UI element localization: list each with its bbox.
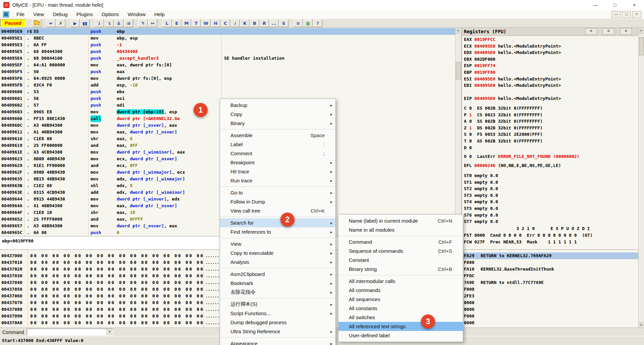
menu-item-breakpoint[interactable]: Breakpoint▸ <box>220 158 335 167</box>
menu-item-comment[interactable]: Comment; <box>220 149 335 158</box>
menu-item-analysis[interactable]: Analysis▸ <box>220 257 335 267</box>
menu-item-appearance[interactable]: Appearance▸ <box>220 339 335 345</box>
menu-item-binary-string[interactable]: Binary stringCtrl+B <box>338 265 463 274</box>
stack-row[interactable]: F000 <box>462 313 639 320</box>
stack-row[interactable]: F000 <box>462 259 639 266</box>
menu-item-sequence-of-commands[interactable]: Sequence of commandsCtrl+S <box>338 246 463 255</box>
stack-row[interactable]: FA29RETURN to KERNEL32.769AFA29 <box>462 252 639 259</box>
stack-row[interactable]: FA10KERNEL32.BaseThreadInitThunk <box>462 266 639 273</box>
windows-list-button[interactable]: ▦ <box>303 19 313 27</box>
menu-item-all-switches[interactable]: All switches <box>338 313 463 322</box>
menu-item-find-references-to[interactable]: Find references to▸ <box>220 227 335 236</box>
fpu-register[interactable]: ST1 empty 0.0 <box>464 180 498 185</box>
flag-z[interactable]: Z 1 DS 002B 32bit 0(FFFFFFFF) <box>464 125 543 130</box>
flag-t[interactable]: T 0 GS 002B 32bit 0(FFFFFFFF) <box>464 138 543 143</box>
registers-header-button[interactable]: < <box>602 28 614 35</box>
animate-into-button[interactable]: ⇊ <box>114 19 123 27</box>
command-input[interactable] <box>27 329 107 335</box>
flag-s[interactable]: S 0 FS 0053 32bit 2E2000(FFF) <box>464 132 543 137</box>
menu-item-dump-debugged-process[interactable]: Dump debugged process <box>220 318 335 327</box>
disasm-row[interactable]: 004095E5.68 08444300push00434408 <box>0 48 455 55</box>
register-eip[interactable]: EIP 004095E0 hello.<ModuleEntryPoint> <box>464 96 561 101</box>
stack-row[interactable]: 0000 <box>462 306 639 313</box>
menu-view[interactable]: View <box>29 10 48 19</box>
menu-item-name-in-all-modules[interactable]: Name in all modules <box>338 225 463 234</box>
menu-item-bookmark[interactable]: Bookmark▸ <box>220 279 335 288</box>
menu-file[interactable]: File <box>12 10 29 19</box>
disasm-row[interactable]: 004095E1.8BECmovebp, esp <box>0 35 455 42</box>
minimize-button[interactable]: — <box>586 0 605 10</box>
disasm-row[interactable]: 004095EA.68 D0044100push_except_handler3… <box>0 55 455 62</box>
menu-item-user-defined-label[interactable]: User-defined label <box>338 331 463 340</box>
menu-options[interactable]: Options <box>97 10 123 19</box>
menu-item-asm2clipboard[interactable]: Asm2Clipboard▸ <box>220 270 335 279</box>
register-edi[interactable]: EDI 004095E0 hello.<ModuleEntryPoint> <box>464 83 561 88</box>
menu-item-label[interactable]: Label: <box>220 140 335 149</box>
menu-plugins[interactable]: Plugins <box>72 10 97 19</box>
source-window-button[interactable]: S <box>279 19 288 27</box>
open-file-button[interactable] <box>32 19 41 27</box>
mdi-close-button[interactable]: × <box>632 11 641 18</box>
disasm-row[interactable]: 004095EF.64:A1 000000moveax, dword ptr f… <box>0 62 455 68</box>
register-efl[interactable]: EFL 00000246 (NO,NB,E,BE,NS,PE,GE,LE) <box>464 163 561 168</box>
menu-item-item[interactable]: 去除花指令▸ <box>220 288 335 297</box>
menu-item-s[interactable]: 运行脚本(S)▸ <box>220 300 335 309</box>
menu-item-binary[interactable]: Binary▸ <box>220 119 335 128</box>
menu-help[interactable]: Help <box>150 10 169 19</box>
register-ebx[interactable]: EBX 002DF000 <box>464 57 495 62</box>
disasm-row[interactable]: 004095E3.6A FFpush-1 <box>0 42 455 48</box>
fpu-register[interactable]: ST6 empty 0.0 <box>464 213 498 218</box>
run-button[interactable]: ▶ <box>70 19 80 27</box>
stack-row[interactable]: FFDC <box>462 273 639 279</box>
registers-header-button[interactable]: < <box>585 28 597 35</box>
mdi-restore-button[interactable]: □ <box>622 11 631 18</box>
call-stack-window-button[interactable]: K <box>240 19 250 27</box>
disasm-row[interactable]: 004095F5.50pusheax <box>0 68 455 75</box>
menu-item-script-functions[interactable]: Script Functions...▸ <box>220 309 335 318</box>
step-into-button[interactable]: ↓ <box>95 19 104 27</box>
windows-window-button[interactable]: W <box>201 19 211 27</box>
flag-d[interactable]: D 0 <box>464 145 472 150</box>
fpu-register[interactable]: ST3 empty 0.0 <box>464 193 498 198</box>
register-esp[interactable]: ESP 0019FF74 <box>464 63 495 68</box>
scrollbar-thumb[interactable] <box>456 62 461 79</box>
menu-item-hit-trace[interactable]: Hit trace▸ <box>220 167 335 176</box>
maximize-button[interactable]: □ <box>605 0 625 10</box>
stack-pane[interactable]: FA29RETURN to KERNEL32.769AFA29F000FA10K… <box>462 249 639 336</box>
run-trace-window-button[interactable]: ... <box>269 19 279 27</box>
menu-item-view[interactable]: View▸ <box>220 239 335 248</box>
fpu-register[interactable]: ST5 empty 0.0 <box>464 206 498 211</box>
threads-window-button[interactable]: T <box>192 19 201 27</box>
flag-c[interactable]: C 0 ES 002B 32bit 0(FFFFFFFF) <box>464 106 543 111</box>
scroll-down-icon[interactable]: ▼ <box>639 322 644 328</box>
menu-item-copy[interactable]: Copy▸ <box>220 110 335 119</box>
disasm-row[interactable]: 004095F6.64:8925 0000movdword ptr fs:[0]… <box>0 75 455 82</box>
stack-row[interactable]: 0000 <box>462 320 639 326</box>
close-program-button[interactable]: ✗ <box>56 19 65 27</box>
patches-window-button[interactable]: / <box>230 19 240 27</box>
menu-item-copy-to-executable[interactable]: Copy to executable▸ <box>220 248 335 257</box>
go-to-address-button[interactable]: ↦ <box>148 19 157 27</box>
options-button[interactable]: ≡ <box>293 19 303 27</box>
flag-a[interactable]: A 0 SS 002B 32bit 0(FFFFFFFF) <box>464 119 543 124</box>
fpu-register[interactable]: ST7 empty 0.0 <box>464 219 498 224</box>
disasm-row[interactable]: 004095FD.83C4 F0addesp, -10 <box>0 82 455 89</box>
fpu-register[interactable]: ST4 empty 0.0 <box>464 199 498 204</box>
menu-item-all-sequences[interactable]: All sequences <box>338 295 463 304</box>
menu-item-search-for[interactable]: Search for▸ <box>220 218 335 227</box>
register-esi[interactable]: ESI 004095E0 hello.<ModuleEntryPoint> <box>464 76 561 81</box>
help-toolbar-button[interactable]: ? <box>313 19 322 27</box>
close-button[interactable]: × <box>625 0 644 10</box>
scroll-up-icon[interactable]: ▲ <box>639 28 644 34</box>
menu-item-all-constants[interactable]: All constants <box>338 304 463 313</box>
fpu-register[interactable]: ST2 empty 0.0 <box>464 186 498 191</box>
stack-row[interactable]: 0000 <box>462 299 639 306</box>
disasm-row[interactable]: 004095E0r$55pushebp <box>0 28 455 35</box>
mdi-minimize-button[interactable]: — <box>611 11 621 18</box>
scrollbar-thumb[interactable] <box>639 37 644 55</box>
references-window-button[interactable]: R <box>260 19 269 27</box>
menu-item-command[interactable]: CommandCtrl+F <box>338 237 463 246</box>
menu-item-constant[interactable]: Constant <box>338 255 463 265</box>
stack-row[interactable]: F000 <box>462 286 639 293</box>
register-fcw[interactable]: FCW 027F Prec NEAR,53 Mask 1 1 1 1 1 1 <box>464 239 577 244</box>
